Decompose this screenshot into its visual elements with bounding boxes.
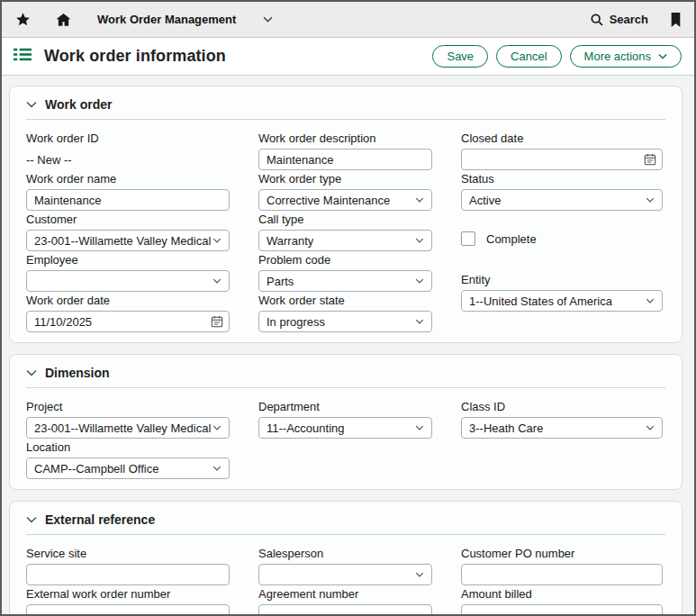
work-order-state-field: Work order state In progress [258,293,432,333]
status-select[interactable]: Active [461,189,663,211]
class-id-select[interactable]: 3--Heath Care [461,417,663,439]
external-reference-section-header[interactable]: External reference [26,512,665,527]
field-label: Closed date [461,131,663,146]
field-label: Employee [26,252,230,267]
work-order-type-select[interactable]: Corrective Maintenance [258,189,432,211]
chevron-down-icon [415,319,424,324]
app-menu-dropdown[interactable]: Work Order Management [97,13,273,26]
call-type-select[interactable]: Warranty [258,230,432,251]
amount-billed-field: Amount billed [461,586,663,616]
cancel-button[interactable]: Cancel [496,45,561,68]
complete-field: Complete [461,231,663,272]
field-label: Class ID [461,399,663,414]
department-field: Department 11--Accounting [258,399,432,439]
field-label: Work order type [258,171,432,186]
list-icon[interactable] [14,47,32,66]
chevron-down-icon [212,425,221,430]
divider [26,387,665,388]
chevron-down-icon [415,572,424,577]
divider [26,119,665,120]
chevron-down-icon [646,425,655,430]
home-icon[interactable] [55,12,72,28]
field-label: Project [26,399,230,414]
agreement-number-input[interactable] [258,604,432,616]
amount-billed-input[interactable] [461,604,663,616]
select-value: Active [469,194,501,207]
chevron-down-icon [263,16,273,23]
select-value: Corrective Maintenance [267,194,390,207]
divider [26,534,665,535]
field-label: Call type [258,212,432,227]
work-order-state-select[interactable]: In progress [258,311,432,332]
search-button[interactable]: Search [590,13,648,27]
salesperson-select[interactable] [258,564,432,585]
field-label: External work order number [26,586,230,602]
field-label: Work order state [258,293,432,308]
external-work-order-number-field: External work order number [26,586,230,616]
complete-checkbox[interactable] [461,231,475,246]
search-icon [590,13,604,27]
select-value: Parts [267,275,294,288]
field-label: Customer PO number [461,546,663,561]
field-label: Problem code [258,252,432,267]
customer-select[interactable]: 23-001--Willamette Valley Medical [26,230,230,251]
customer-po-number-input[interactable] [461,564,663,585]
project-field: Project 23-001--Willamette Valley Medica… [26,399,230,439]
dimension-section: Dimension Project 23-001--Willamette Val… [9,354,682,490]
select-value: 23-001--Willamette Valley Medical [34,234,211,248]
search-label: Search [610,13,648,26]
bookmark-icon[interactable] [670,13,682,27]
service-site-field: Service site [26,546,230,586]
more-actions-label: More actions [584,50,651,63]
work-order-name-input[interactable] [26,189,230,211]
entity-select[interactable]: 1--United States of America [461,290,663,312]
work-order-date-field: Work order date [26,293,230,333]
work-order-type-field: Work order type Corrective Maintenance [258,171,432,212]
chevron-down-icon [415,197,424,203]
work-order-id-field: Work order ID -- New -- [26,131,230,171]
work-order-section-header[interactable]: Work order [26,97,665,112]
project-select[interactable]: 23-001--Willamette Valley Medical [26,417,230,439]
location-select[interactable]: CAMP--Campbell Office [26,457,230,479]
section-title: Work order [45,97,112,112]
customer-field: Customer 23-001--Willamette Valley Medic… [26,212,230,252]
complete-checkbox-label: Complete [486,232,537,246]
work-order-date-input[interactable] [26,311,230,332]
location-field: Location CAMP--Campbell Office [26,439,230,480]
field-label: Agreement number [258,586,432,602]
work-order-description-field: Work order description [258,131,432,171]
save-button[interactable]: Save [432,45,488,68]
problem-code-field: Problem code Parts [258,252,432,293]
more-actions-button[interactable]: More actions [570,45,682,68]
select-value: 3--Heath Care [469,421,543,435]
problem-code-select[interactable]: Parts [258,270,432,292]
closed-date-field: Closed date [461,131,663,171]
dimension-section-header[interactable]: Dimension [26,366,665,380]
work-order-description-input[interactable] [258,149,432,170]
employee-field: Employee [26,252,230,293]
closed-date-input[interactable] [461,149,663,170]
work-order-section: Work order Work order ID -- New -- Work … [9,86,682,343]
star-icon[interactable] [15,12,31,27]
chevron-down-icon [212,466,221,471]
field-label: Department [258,399,432,414]
main-content: Work order Work order ID -- New -- Work … [2,76,694,616]
field-label: Work order description [258,131,432,146]
field-label: Work order name [26,171,230,186]
chevron-down-icon [415,425,424,430]
external-work-order-number-input[interactable] [26,604,230,616]
employee-select[interactable] [26,270,230,292]
field-label: Work order ID [26,131,230,146]
call-type-field: Call type Warranty [258,212,432,252]
cancel-button-label: Cancel [511,50,547,63]
salesperson-field: Salesperson [258,546,432,586]
status-field: Status Active [461,171,663,212]
select-value: Warranty [267,234,313,248]
service-site-input[interactable] [26,564,230,585]
chevron-down-icon [26,516,37,523]
chevron-down-icon [212,238,221,243]
agreement-number-field: Agreement number [258,586,432,616]
field-label: Location [26,439,230,455]
department-select[interactable]: 11--Accounting [258,417,432,439]
chevron-down-icon [658,53,667,59]
